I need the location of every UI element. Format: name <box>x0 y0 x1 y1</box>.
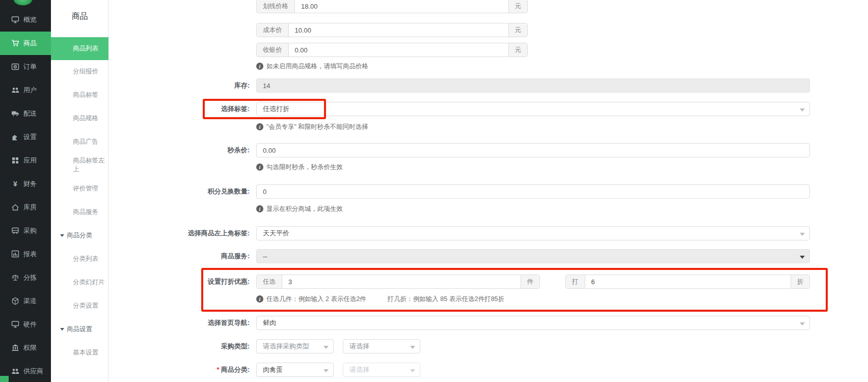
form-row-tag: 选择标签: 任选打折 <box>0 102 868 116</box>
hint-prices: i 如未启用商品规格，请填写商品价格 <box>256 62 368 70</box>
seckill-price-input[interactable]: 0.00 <box>256 143 810 157</box>
form-row-purchase-type: 采购类型: 请选择采购类型 请选择 <box>0 339 868 353</box>
strike-price-input[interactable]: 18.00 <box>295 0 508 13</box>
service-select[interactable]: -- <box>256 249 810 263</box>
hint-tag: i "会员专享" 和限时秒杀不能同时选择 <box>256 123 368 131</box>
hint-seckill: i 勾选限时秒杀，秒杀价生效 <box>256 163 343 171</box>
cashier-price-input[interactable]: 0.00 <box>289 43 508 57</box>
info-icon: i <box>256 63 263 70</box>
cashier-price-prepend: 收银价 <box>257 43 289 57</box>
tag-select[interactable]: 任选打折 <box>256 102 810 116</box>
corner-tag-select[interactable]: 天天平价 <box>256 226 810 240</box>
discount-rate-input[interactable]: 6 <box>585 275 791 288</box>
form-row-stock: 库存: 14 <box>0 78 868 93</box>
sidebar-item-label: 设置 <box>23 132 37 142</box>
discount-rate-group: 打 6 折 <box>565 275 810 289</box>
chevron-down-icon <box>323 346 329 349</box>
form-row-seckill: 秒杀价: 0.00 <box>0 143 868 157</box>
cost-price-prepend: 成本价 <box>257 23 289 37</box>
purchase-subtype-select[interactable]: 请选择 <box>343 339 420 353</box>
points-label: 积分兑换数量: <box>97 184 250 199</box>
discount-quantity-input[interactable]: 3 <box>282 275 521 288</box>
discount-rate-unit: 折 <box>791 275 810 288</box>
form-row-strike-price: 划线价格 18.00 元 <box>0 0 868 13</box>
cost-price-unit: 元 <box>508 23 528 37</box>
chevron-down-icon <box>410 346 415 349</box>
chevron-down-icon <box>800 322 805 325</box>
corner-tag-label: 选择商品左上角标签: <box>97 226 250 240</box>
seckill-label: 秒杀价: <box>97 143 250 157</box>
form-row-nav: 选择首页导航: 鲜肉 <box>0 316 868 330</box>
chevron-down-icon <box>800 256 805 259</box>
strike-price-input-group: 划线价格 18.00 元 <box>256 0 528 13</box>
nav-label: 选择首页导航: <box>97 316 250 330</box>
sidebar-item-warehouse[interactable]: 库房 <box>0 196 51 219</box>
chevron-down-icon <box>410 369 415 372</box>
strike-price-unit: 元 <box>508 0 528 13</box>
cashier-price-unit: 元 <box>508 43 528 57</box>
puzzle-icon <box>11 133 19 141</box>
strike-price-prepend: 划线价格 <box>257 0 295 13</box>
form-row-cashier-price: 收银价 0.00 元 <box>0 43 868 57</box>
cost-price-input[interactable]: 10.00 <box>289 23 508 37</box>
nav-select[interactable]: 鲜肉 <box>256 316 810 330</box>
submenu-item-category-settings[interactable]: 分类设置 <box>51 294 108 317</box>
chevron-down-icon <box>800 108 805 112</box>
service-label: 商品服务: <box>97 249 250 263</box>
required-asterisk: * <box>217 366 220 373</box>
info-icon: i <box>256 205 263 212</box>
purchase-type-select[interactable]: 请选择采购类型 <box>256 339 334 353</box>
discount-quantity-group: 任选 3 件 <box>256 275 540 289</box>
info-icon: i <box>256 123 263 130</box>
discount-label: 设置打折优惠: <box>97 275 250 289</box>
category-select[interactable]: 肉禽蛋 <box>256 363 334 377</box>
subcategory-select[interactable]: 请选择 <box>343 363 420 377</box>
apps-icon <box>11 156 19 165</box>
discount-quantity-unit: 件 <box>521 275 540 288</box>
cashier-price-input-group: 收银价 0.00 元 <box>256 43 528 57</box>
hint-points: i 显示在积分商城，此项生效 <box>256 205 343 213</box>
form-row-category: *商品分类: 肉禽蛋 请选择 <box>0 363 868 377</box>
category-label: *商品分类: <box>97 363 250 377</box>
sidebar-item-label: 订单 <box>23 62 37 71</box>
chevron-down-icon <box>800 233 805 236</box>
points-quantity-input[interactable]: 0 <box>256 184 810 199</box>
sidebar-item-label: 库房 <box>23 203 37 212</box>
form-row-cost-price: 成本价 10.00 元 <box>0 23 868 37</box>
info-icon: i <box>256 163 263 171</box>
stock-input[interactable]: 14 <box>256 78 810 93</box>
info-icon: i <box>256 295 263 303</box>
form-row-service: 商品服务: -- <box>0 249 868 263</box>
cost-price-input-group: 成本价 10.00 元 <box>256 23 528 37</box>
tag-label: 选择标签: <box>97 102 250 116</box>
form-row-discount: 设置打折优惠: 任选 3 件 打 6 折 <box>0 275 868 289</box>
form-row-points: 积分兑换数量: 0 <box>0 184 868 199</box>
discount-rate-prepend: 打 <box>566 275 585 288</box>
cube-icon <box>11 297 19 305</box>
sidebar-item-label: 渠道 <box>23 296 37 306</box>
submenu-item-product-services[interactable]: 商品服务 <box>51 201 108 223</box>
sidebar-item-channels[interactable]: 渠道 <box>0 289 51 313</box>
hint-discount: i 任选几件：例如输入 2 表示任选2件 打几折：例如输入 85 表示任选2件打… <box>256 295 504 303</box>
sidebar-item-orders[interactable]: 订单 <box>0 55 51 78</box>
order-icon <box>11 63 19 71</box>
home-icon <box>11 203 19 211</box>
discount-quantity-prepend: 任选 <box>257 275 282 288</box>
app-window: 概览 商品 订单 用户 配送 设置 应用 ¥ 财务 <box>0 0 868 382</box>
form-row-corner-tag: 选择商品左上角标签: 天天平价 <box>0 226 868 240</box>
stock-label: 库存: <box>97 78 250 93</box>
purchase-type-label: 采购类型: <box>97 339 250 353</box>
chevron-down-icon <box>323 369 329 372</box>
